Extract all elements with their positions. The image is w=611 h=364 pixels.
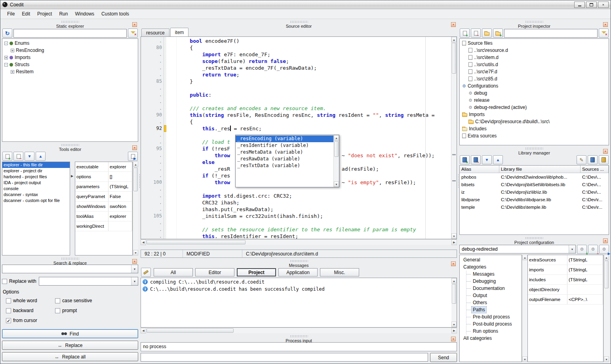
table-row[interactable]: izC:\Dev\dproj\iz\lib\iz.libC:\Dev\... xyxy=(460,188,609,196)
panel-close-icon[interactable]: × xyxy=(132,22,137,27)
add-folder-button[interactable]: + xyxy=(493,29,503,38)
category-item[interactable]: Categories xyxy=(461,263,522,271)
library-manager-header[interactable]: Library manager × xyxy=(459,147,609,154)
filter-application[interactable]: Application xyxy=(278,268,318,276)
scroll-track[interactable] xyxy=(604,260,609,356)
category-item[interactable]: Documentation xyxy=(461,285,522,292)
table-row[interactable]: libdparseC:\Dev\dlibs\libdparse.libC:\De… xyxy=(460,196,609,203)
filter-misc[interactable]: Misc. xyxy=(320,268,359,276)
category-item[interactable]: All categories xyxy=(461,335,522,342)
table-row[interactable]: phobosC:\Dev\dmd2\windows\lib\phob...C:\… xyxy=(460,173,609,181)
tree-item[interactable]: ..\src\z85.d xyxy=(460,75,609,82)
replace-all-button[interactable]: ↔Replace all xyxy=(2,352,138,361)
table-row[interactable]: bitsetsC:\Dev\dproj\bitSet\lib\bitsets.l… xyxy=(460,181,609,188)
add-source-button[interactable]: + xyxy=(460,29,470,38)
property-row[interactable]: workingDirect xyxy=(75,221,132,231)
completion-item[interactable]: _resIdentifier (variable) xyxy=(236,142,333,149)
completion-item[interactable]: _resMetaData (variable) xyxy=(236,149,333,156)
scroll-thumb[interactable] xyxy=(334,141,339,157)
tree-item[interactable]: Imports xyxy=(460,111,609,118)
expand-toggle-icon[interactable]: - xyxy=(4,42,8,45)
category-item[interactable]: Post-build process xyxy=(461,320,522,328)
category-item[interactable]: Debugging xyxy=(461,278,522,285)
replace-button[interactable]: ↔Replace xyxy=(2,341,138,350)
panel-close-icon[interactable]: × xyxy=(603,22,608,27)
property-value[interactable]: explorer xyxy=(108,212,132,221)
scroll-track[interactable] xyxy=(146,240,451,245)
menu-item-custom-tools[interactable]: Custom tools xyxy=(98,10,133,18)
configuration-properties-grid[interactable]: extraSources(TStringLimports(TStringLinc… xyxy=(527,255,603,362)
symbol-search-input[interactable] xyxy=(13,29,127,38)
filter-project[interactable]: Project xyxy=(237,268,276,276)
property-row[interactable]: extraSources(TStringL xyxy=(528,255,603,265)
search-replace-header[interactable]: Search & replace × xyxy=(2,257,138,265)
panel-close-icon[interactable]: × xyxy=(451,22,456,27)
messages-header[interactable]: Messages × xyxy=(141,259,457,267)
scroll-up-icon[interactable]: ▲ xyxy=(451,278,457,284)
find-button[interactable]: Find xyxy=(2,329,138,338)
move-library-down-button[interactable]: ▼ xyxy=(482,155,492,164)
property-row[interactable]: parameters(TStringL xyxy=(75,182,132,192)
move-tool-up-button[interactable]: ▲ xyxy=(36,152,46,161)
completion-item[interactable]: _resEncoding (variable) xyxy=(236,135,333,142)
clear-messages-button[interactable] xyxy=(141,268,151,277)
category-item[interactable]: Pre-build process xyxy=(461,313,522,320)
scroll-left-icon[interactable]: ◀ xyxy=(141,240,146,245)
menu-item-edit[interactable]: Edit xyxy=(18,10,34,18)
tools-editor-header[interactable]: Tools editor × xyxy=(2,143,138,151)
scroll-up-icon[interactable]: ▲ xyxy=(451,37,457,42)
run-tool-button[interactable]: ▶ xyxy=(128,152,138,161)
maximize-button[interactable] xyxy=(586,2,597,8)
scroll-thumb[interactable] xyxy=(604,261,609,288)
checkbox-case-sensitive[interactable]: case sensitive xyxy=(55,298,137,303)
scroll-track[interactable] xyxy=(522,260,527,356)
tree-item[interactable]: Extra sources xyxy=(460,132,609,139)
scroll-down-icon[interactable]: ▼ xyxy=(522,356,527,362)
process-input-header[interactable]: Process input × xyxy=(141,335,457,342)
column-header[interactable]: Alias xyxy=(460,166,499,173)
scroll-up-icon[interactable]: ▲ xyxy=(334,135,339,141)
tree-item[interactable]: ..\src\resource.d xyxy=(460,47,609,54)
add-tool-button[interactable]: + xyxy=(2,152,12,161)
remove-configuration-button[interactable]: ⚙− xyxy=(588,245,598,254)
tree-item[interactable]: -Enums xyxy=(2,40,138,47)
property-value[interactable]: (TStringL xyxy=(567,265,603,274)
scroll-right-icon[interactable]: ▶ xyxy=(451,328,457,334)
replace-term-combobox[interactable]: ▼ xyxy=(39,277,138,286)
process-input-field[interactable] xyxy=(141,353,428,362)
scroll-track[interactable] xyxy=(451,42,457,233)
panel-close-icon[interactable]: × xyxy=(132,145,137,150)
panel-close-icon[interactable]: × xyxy=(451,337,456,341)
project-inspector-tree[interactable]: Source files..\src\resource.d..\src\item… xyxy=(459,38,609,145)
tree-item[interactable]: Includes xyxy=(460,125,609,132)
scroll-up-icon[interactable]: ▲ xyxy=(604,255,609,260)
scroll-up-icon[interactable]: ▲ xyxy=(133,162,138,167)
configuration-categories[interactable]: GeneralCategoriesMessagesDebuggingDocume… xyxy=(459,255,522,362)
scroll-down-icon[interactable]: ▼ xyxy=(451,233,457,239)
title-bar[interactable]: Coedit × xyxy=(0,0,611,9)
completion-scrollbar[interactable]: ▲ ▼ xyxy=(333,135,339,187)
property-row[interactable]: queryParametFalse xyxy=(75,192,132,202)
scroll-down-icon[interactable]: ▼ xyxy=(334,181,339,187)
project-configuration-header[interactable]: Project configuration × xyxy=(459,236,609,244)
tools-list[interactable]: explorer - this file direxplorer - proje… xyxy=(2,162,70,255)
scroll-up-icon[interactable]: ▲ xyxy=(522,255,527,260)
editor-vertical-scrollbar[interactable]: ▲ ▼ xyxy=(451,37,457,239)
tool-item[interactable]: IDA - project output xyxy=(2,180,70,186)
edit-library-button[interactable]: ✎ xyxy=(577,155,586,164)
panel-close-icon[interactable]: × xyxy=(451,261,456,266)
remove-tool-button[interactable]: − xyxy=(13,152,23,161)
message-item[interactable]: icompiling C:\...\build\resource.d.coedi… xyxy=(141,278,451,285)
property-value[interactable] xyxy=(108,221,132,231)
library-from-project-button[interactable] xyxy=(599,155,609,164)
scroll-thumb[interactable] xyxy=(147,240,246,244)
menu-item-run[interactable]: Run xyxy=(55,10,71,18)
property-value[interactable]: <CPP>..\ xyxy=(567,295,603,304)
scroll-down-icon[interactable]: ▼ xyxy=(133,250,138,255)
tools-grid-scrollbar[interactable]: ▲ ▼ xyxy=(133,162,138,255)
messages-vertical-scrollbar[interactable]: ▲ ▼ xyxy=(451,278,457,328)
tree-item[interactable]: -Structs xyxy=(2,61,138,68)
vertical-splitter[interactable] xyxy=(457,20,459,362)
expand-toggle-icon[interactable]: + xyxy=(4,56,8,59)
checkbox-whole-word[interactable]: whole word xyxy=(6,298,53,303)
